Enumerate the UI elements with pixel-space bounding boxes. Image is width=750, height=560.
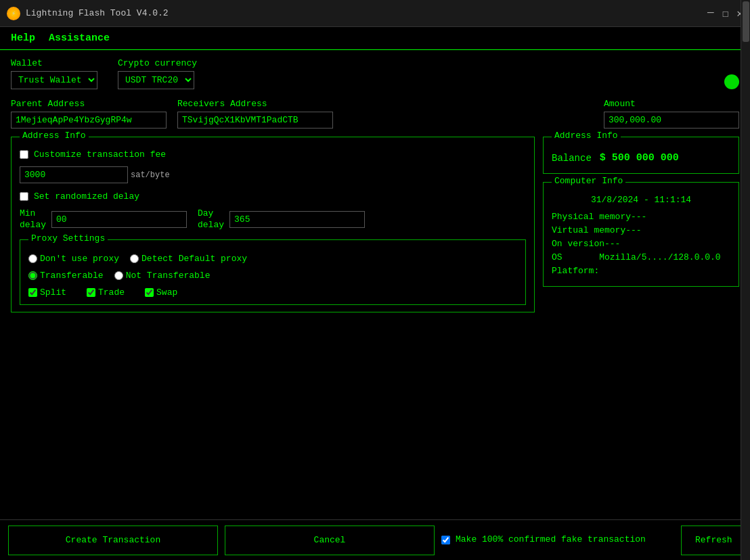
fee-input-row: sat/byte [20,166,526,183]
address-info-right-box: Address Info Balance $ 500 000 000 [543,137,739,174]
crypto-label: Crypto currency [118,58,197,68]
virtual-memory-line: Virtual memory--- [552,225,730,235]
address-info-right-title: Address Info [552,131,621,141]
balance-row: Balance $ 500 000 000 [552,149,730,166]
proxy-radio-row-1: Don't use proxy Detect Default proxy [28,254,517,264]
min-delay-group: Mindelay [20,208,187,231]
detect-proxy-label: Detect Default proxy [141,254,247,264]
titlebar-left: ⚡ Lightning Flash Tool V4.0.2 [7,7,169,20]
datetime-line: 31/8/2024 - 11:1:14 [552,195,730,205]
computer-info-title: Computer Info [552,176,625,186]
os-label: OS [552,252,562,262]
customize-fee-label: Customize transaction fee [34,149,166,160]
swap-label: Swap [156,287,177,298]
os-line: OS Mozilla/5..../128.0.0.0 [552,252,730,262]
right-panel: Address Info Balance $ 500 000 000 Compu… [543,137,739,319]
split-checkbox[interactable] [28,288,37,297]
left-panel: Address Info Customize transaction fee s… [11,137,535,319]
sat-label: sat/byte [131,170,170,180]
menu-help[interactable]: Help [11,32,35,44]
proxy-checkboxes-row: Split Trade Swap [28,287,517,298]
fake-txn-wrapper: Make 100% confirmed fake transaction [441,534,646,546]
swap-checkbox[interactable] [145,288,154,297]
customize-fee-row: Customize transaction fee [20,149,526,160]
wallet-group: Wallet Trust Wallet MetaMask Coinbase [11,58,97,89]
day-delay-group: Daydelay [198,208,365,231]
proxy-radio-row-2: Transferable Not Transferable [28,271,517,281]
randomized-delay-checkbox[interactable] [20,192,28,201]
parent-address-input[interactable] [11,112,167,129]
computer-info-box: Computer Info 31/8/2024 - 11:1:14 Physic… [543,182,739,287]
detect-proxy-option[interactable]: Detect Default proxy [130,254,247,264]
create-transaction-button[interactable]: Create Transaction [8,526,218,555]
fake-txn-checkbox[interactable] [441,536,450,544]
not-transferable-option[interactable]: Not Transferable [114,271,211,281]
platform-line: Platform: [552,266,730,276]
bottom-bar: Create Transaction Cancel Make 100% conf… [0,519,750,560]
main-content: Wallet Trust Wallet MetaMask Coinbase Cr… [0,50,750,327]
maximize-button[interactable]: ☐ [722,7,729,20]
customize-fee-checkbox[interactable] [20,150,28,159]
wallet-label: Wallet [11,58,97,68]
titlebar: ⚡ Lightning Flash Tool V4.0.2 — ☐ ✕ [0,0,750,27]
scrollbar-thumb[interactable] [743,1,749,42]
receivers-address-label: Receivers Address [177,99,333,109]
app-icon: ⚡ [7,7,20,20]
day-delay-input[interactable] [229,211,365,228]
wallet-section: Wallet Trust Wallet MetaMask Coinbase Cr… [11,58,739,89]
balance-label: Balance [552,153,592,164]
transferable-radio[interactable] [28,271,37,280]
no-proxy-label: Don't use proxy [40,254,119,264]
os-value: Mozilla/5..../128.0.0.0 [599,252,720,262]
split-option[interactable]: Split [28,287,66,298]
wallet-select[interactable]: Trust Wallet MetaMask Coinbase [11,71,97,89]
trade-label: Trade [98,287,125,298]
address-info-left-box: Address Info Customize transaction fee s… [11,137,535,312]
day-delay-label: Daydelay [198,208,224,231]
app-title: Lightning Flash Tool V4.0.2 [26,8,169,18]
receivers-address-group: Receivers Address [177,99,333,129]
minimize-button[interactable]: — [707,7,714,20]
trade-checkbox[interactable] [87,288,95,297]
delay-row: Mindelay Daydelay [20,208,526,231]
parent-address-group: Parent Address [11,99,167,129]
no-proxy-option[interactable]: Don't use proxy [28,254,119,264]
trade-option[interactable]: Trade [87,287,125,298]
receivers-address-input[interactable] [177,112,333,129]
address-info-left-title: Address Info [20,131,89,141]
swap-option[interactable]: Swap [145,287,177,298]
titlebar-controls[interactable]: — ☐ ✕ [707,7,743,20]
physical-memory-line: Physical memory--- [552,212,730,222]
addresses-row: Parent Address Receivers Address Amount [11,99,739,129]
fake-txn-label: Make 100% confirmed fake transaction [456,534,646,546]
fee-input[interactable] [20,166,128,183]
scrollbar[interactable] [741,0,750,560]
amount-group: Amount [604,99,739,129]
two-panel: Address Info Customize transaction fee s… [11,137,739,319]
transferable-option[interactable]: Transferable [28,271,104,281]
crypto-select[interactable]: USDT TRC20 USDT ERC20 BTC [118,71,194,89]
split-label: Split [40,287,66,298]
menu-assistance[interactable]: Assistance [49,32,110,44]
proxy-settings-title: Proxy Settings [28,233,108,243]
min-delay-label: Mindelay [20,208,46,231]
status-dot [724,74,739,89]
on-version-line: On version--- [552,239,730,249]
menubar: Help Assistance [0,27,750,50]
amount-input[interactable] [604,112,739,129]
transferable-label: Transferable [40,271,104,281]
not-transferable-label: Not Transferable [126,271,211,281]
parent-address-label: Parent Address [11,99,167,109]
proxy-settings-box: Proxy Settings Don't use proxy Detect De… [20,239,526,305]
not-transferable-radio[interactable] [114,271,123,280]
min-delay-input[interactable] [51,211,187,228]
randomized-delay-label: Set randomized delay [34,191,139,202]
amount-label: Amount [604,99,739,109]
detect-proxy-radio[interactable] [130,254,139,263]
cancel-button[interactable]: Cancel [225,526,435,555]
fake-txn-text: Make 100% confirmed fake transaction [456,534,646,546]
no-proxy-radio[interactable] [28,254,37,263]
balance-value: $ 500 000 000 [600,152,679,164]
randomized-delay-row: Set randomized delay [20,191,526,202]
refresh-button[interactable]: Refresh [681,526,742,555]
